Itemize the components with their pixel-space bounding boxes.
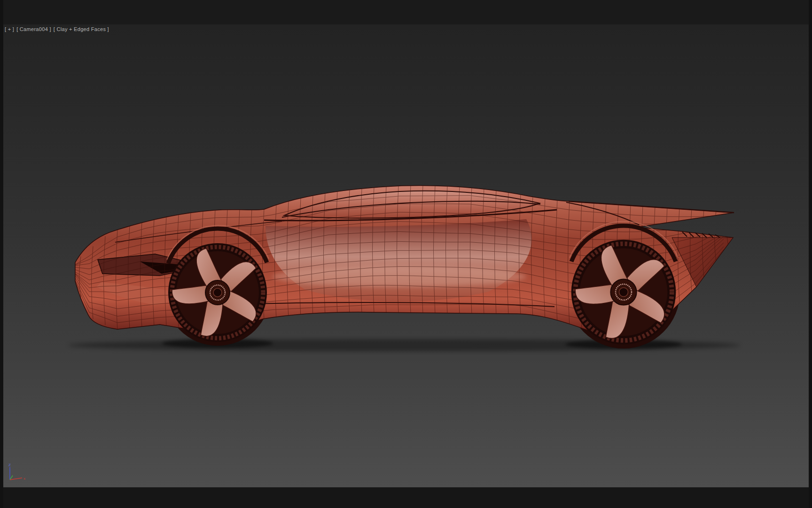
3d-viewport[interactable] bbox=[3, 24, 809, 487]
world-axis-gizmo: Z x bbox=[6, 462, 34, 484]
bottom-chrome-bar bbox=[0, 487, 812, 508]
right-chrome-edge bbox=[809, 0, 812, 508]
axis-x-line bbox=[10, 478, 22, 480]
top-chrome-bar bbox=[0, 0, 812, 24]
axis-z-label: Z bbox=[8, 463, 11, 467]
viewport-menu-shading[interactable]: [ Clay + Edged Faces ] bbox=[54, 26, 109, 32]
viewport-label: [ + ] [ Camera004 ] [ Clay + Edged Faces… bbox=[5, 26, 109, 32]
left-chrome-edge bbox=[0, 0, 3, 508]
axis-x-label: x bbox=[23, 476, 25, 481]
application-window: [ + ] [ Camera004 ] [ Clay + Edged Faces… bbox=[0, 0, 812, 508]
viewport-menu-maximize[interactable]: [ + ] bbox=[5, 26, 14, 32]
viewport-menu-camera[interactable]: [ Camera004 ] bbox=[16, 26, 51, 32]
